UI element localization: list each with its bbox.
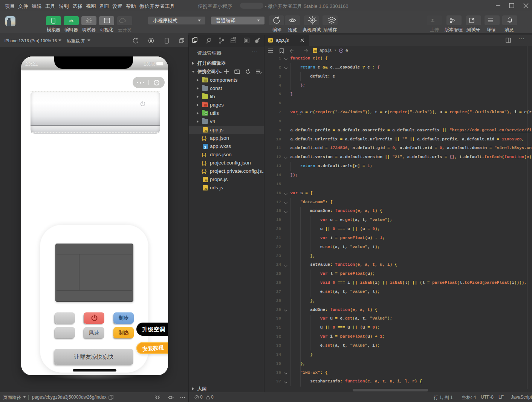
svg-text:</>: </> [69,19,73,23]
